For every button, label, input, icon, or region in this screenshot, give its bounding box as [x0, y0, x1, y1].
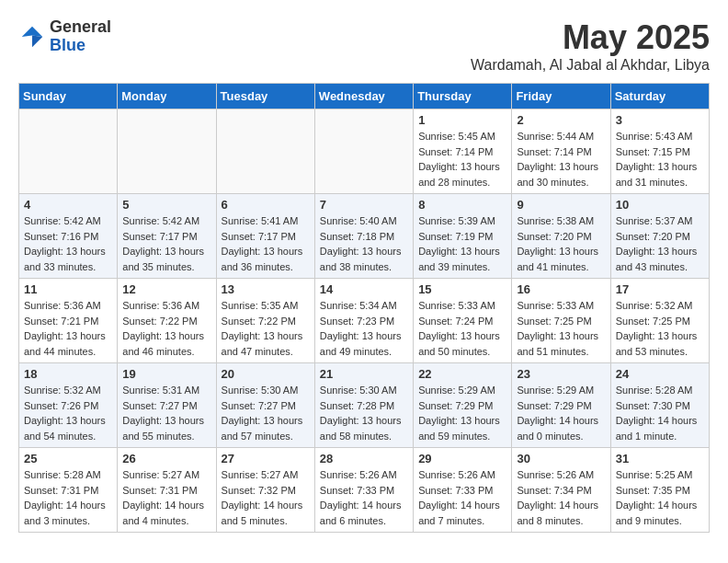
- day-number: 8: [418, 198, 506, 212]
- calendar-cell: 23Sunrise: 5:29 AM Sunset: 7:29 PM Dayli…: [512, 363, 610, 448]
- day-info: Sunrise: 5:32 AM Sunset: 7:26 PM Dayligh…: [24, 383, 112, 443]
- day-header-monday: Monday: [118, 84, 216, 109]
- day-info: Sunrise: 5:41 AM Sunset: 7:17 PM Dayligh…: [222, 213, 310, 274]
- logo: General Blue: [18, 18, 111, 55]
- day-number: 21: [320, 367, 408, 381]
- day-info: Sunrise: 5:36 AM Sunset: 7:22 PM Dayligh…: [122, 298, 210, 359]
- day-number: 3: [616, 113, 704, 127]
- day-number: 17: [616, 282, 704, 296]
- day-info: Sunrise: 5:28 AM Sunset: 7:30 PM Dayligh…: [616, 383, 704, 443]
- calendar-cell: 17Sunrise: 5:32 AM Sunset: 7:25 PM Dayli…: [610, 279, 709, 363]
- day-info: Sunrise: 5:28 AM Sunset: 7:31 PM Dayligh…: [24, 467, 112, 528]
- day-info: Sunrise: 5:45 AM Sunset: 7:14 PM Dayligh…: [418, 129, 506, 190]
- day-info: Sunrise: 5:38 AM Sunset: 7:20 PM Dayligh…: [517, 213, 605, 274]
- calendar-week-row: 1Sunrise: 5:45 AM Sunset: 7:14 PM Daylig…: [19, 109, 710, 194]
- calendar-cell: 8Sunrise: 5:39 AM Sunset: 7:19 PM Daylig…: [414, 194, 512, 279]
- day-number: 29: [418, 452, 506, 465]
- day-number: 12: [122, 282, 210, 296]
- day-info: Sunrise: 5:36 AM Sunset: 7:21 PM Dayligh…: [24, 298, 112, 359]
- day-number: 9: [517, 198, 605, 212]
- day-number: 20: [222, 367, 310, 381]
- day-number: 10: [616, 198, 704, 212]
- day-header-wednesday: Wednesday: [314, 84, 413, 109]
- calendar-cell: 9Sunrise: 5:38 AM Sunset: 7:20 PM Daylig…: [512, 194, 610, 279]
- calendar-cell: 16Sunrise: 5:33 AM Sunset: 7:25 PM Dayli…: [512, 279, 610, 363]
- day-info: Sunrise: 5:37 AM Sunset: 7:20 PM Dayligh…: [616, 213, 704, 274]
- day-number: 15: [418, 282, 506, 296]
- calendar-cell: 18Sunrise: 5:32 AM Sunset: 7:26 PM Dayli…: [19, 363, 118, 448]
- calendar-cell: 1Sunrise: 5:45 AM Sunset: 7:14 PM Daylig…: [414, 109, 512, 194]
- calendar-week-row: 25Sunrise: 5:28 AM Sunset: 7:31 PM Dayli…: [19, 448, 710, 533]
- day-number: 11: [24, 282, 112, 296]
- calendar-cell: 6Sunrise: 5:41 AM Sunset: 7:17 PM Daylig…: [216, 194, 314, 279]
- day-info: Sunrise: 5:27 AM Sunset: 7:32 PM Dayligh…: [222, 467, 310, 528]
- day-number: 19: [122, 367, 210, 381]
- day-info: Sunrise: 5:42 AM Sunset: 7:16 PM Dayligh…: [24, 213, 112, 274]
- day-header-tuesday: Tuesday: [216, 84, 314, 109]
- day-info: Sunrise: 5:44 AM Sunset: 7:14 PM Dayligh…: [517, 129, 605, 190]
- calendar-cell: 14Sunrise: 5:34 AM Sunset: 7:23 PM Dayli…: [314, 279, 413, 363]
- day-info: Sunrise: 5:32 AM Sunset: 7:25 PM Dayligh…: [616, 298, 704, 359]
- day-header-thursday: Thursday: [414, 84, 512, 109]
- day-info: Sunrise: 5:31 AM Sunset: 7:27 PM Dayligh…: [122, 383, 210, 443]
- day-number: 13: [222, 282, 310, 296]
- logo-general-text: General: [50, 18, 111, 37]
- day-info: Sunrise: 5:26 AM Sunset: 7:33 PM Dayligh…: [418, 467, 506, 528]
- day-info: Sunrise: 5:35 AM Sunset: 7:22 PM Dayligh…: [222, 298, 310, 359]
- day-number: 25: [24, 452, 112, 465]
- calendar-cell: 19Sunrise: 5:31 AM Sunset: 7:27 PM Dayli…: [118, 363, 216, 448]
- day-number: 31: [616, 452, 704, 465]
- calendar-cell: 15Sunrise: 5:33 AM Sunset: 7:24 PM Dayli…: [414, 279, 512, 363]
- calendar-cell: 11Sunrise: 5:36 AM Sunset: 7:21 PM Dayli…: [19, 279, 118, 363]
- calendar-cell: 31Sunrise: 5:25 AM Sunset: 7:35 PM Dayli…: [610, 448, 709, 533]
- calendar-cell: 2Sunrise: 5:44 AM Sunset: 7:14 PM Daylig…: [512, 109, 610, 194]
- day-number: 16: [517, 282, 605, 296]
- day-info: Sunrise: 5:39 AM Sunset: 7:19 PM Dayligh…: [418, 213, 506, 274]
- location-subtitle: Wardamah, Al Jabal al Akhdar, Libya: [471, 57, 710, 74]
- day-info: Sunrise: 5:33 AM Sunset: 7:24 PM Dayligh…: [418, 298, 506, 359]
- title-block: May 2025 Wardamah, Al Jabal al Akhdar, L…: [471, 18, 710, 74]
- calendar-cell: 7Sunrise: 5:40 AM Sunset: 7:18 PM Daylig…: [314, 194, 413, 279]
- day-number: 2: [517, 113, 605, 127]
- day-info: Sunrise: 5:34 AM Sunset: 7:23 PM Dayligh…: [320, 298, 408, 359]
- day-info: Sunrise: 5:42 AM Sunset: 7:17 PM Dayligh…: [122, 213, 210, 274]
- calendar-cell: 21Sunrise: 5:30 AM Sunset: 7:28 PM Dayli…: [314, 363, 413, 448]
- calendar-cell: 24Sunrise: 5:28 AM Sunset: 7:30 PM Dayli…: [610, 363, 709, 448]
- day-number: 23: [517, 367, 605, 381]
- day-number: 22: [418, 367, 506, 381]
- day-info: Sunrise: 5:30 AM Sunset: 7:28 PM Dayligh…: [320, 383, 408, 443]
- day-number: 30: [517, 452, 605, 465]
- calendar-week-row: 18Sunrise: 5:32 AM Sunset: 7:26 PM Dayli…: [19, 363, 710, 448]
- day-header-saturday: Saturday: [610, 84, 709, 109]
- day-number: 14: [320, 282, 408, 296]
- calendar-cell: 27Sunrise: 5:27 AM Sunset: 7:32 PM Dayli…: [216, 448, 314, 533]
- logo-blue-text: Blue: [50, 37, 111, 55]
- calendar-week-row: 4Sunrise: 5:42 AM Sunset: 7:16 PM Daylig…: [19, 194, 710, 279]
- logo-icon: [18, 23, 46, 51]
- day-number: 18: [24, 367, 112, 381]
- calendar-cell: [314, 109, 413, 194]
- calendar-cell: 30Sunrise: 5:26 AM Sunset: 7:34 PM Dayli…: [512, 448, 610, 533]
- calendar-cell: 10Sunrise: 5:37 AM Sunset: 7:20 PM Dayli…: [610, 194, 709, 279]
- calendar-cell: [216, 109, 314, 194]
- day-number: 28: [320, 452, 408, 465]
- calendar-cell: [19, 109, 118, 194]
- day-info: Sunrise: 5:33 AM Sunset: 7:25 PM Dayligh…: [517, 298, 605, 359]
- day-info: Sunrise: 5:29 AM Sunset: 7:29 PM Dayligh…: [418, 383, 506, 443]
- calendar-cell: 29Sunrise: 5:26 AM Sunset: 7:33 PM Dayli…: [414, 448, 512, 533]
- month-title: May 2025: [471, 18, 710, 57]
- day-info: Sunrise: 5:27 AM Sunset: 7:31 PM Dayligh…: [122, 467, 210, 528]
- calendar-cell: 13Sunrise: 5:35 AM Sunset: 7:22 PM Dayli…: [216, 279, 314, 363]
- day-info: Sunrise: 5:26 AM Sunset: 7:34 PM Dayligh…: [517, 467, 605, 528]
- day-info: Sunrise: 5:25 AM Sunset: 7:35 PM Dayligh…: [616, 467, 704, 528]
- calendar-cell: 20Sunrise: 5:30 AM Sunset: 7:27 PM Dayli…: [216, 363, 314, 448]
- day-info: Sunrise: 5:30 AM Sunset: 7:27 PM Dayligh…: [222, 383, 310, 443]
- calendar-cell: 22Sunrise: 5:29 AM Sunset: 7:29 PM Dayli…: [414, 363, 512, 448]
- calendar-cell: 28Sunrise: 5:26 AM Sunset: 7:33 PM Dayli…: [314, 448, 413, 533]
- day-info: Sunrise: 5:29 AM Sunset: 7:29 PM Dayligh…: [517, 383, 605, 443]
- calendar-header-row: SundayMondayTuesdayWednesdayThursdayFrid…: [19, 84, 710, 109]
- calendar-cell: 4Sunrise: 5:42 AM Sunset: 7:16 PM Daylig…: [19, 194, 118, 279]
- day-info: Sunrise: 5:40 AM Sunset: 7:18 PM Dayligh…: [320, 213, 408, 274]
- day-header-friday: Friday: [512, 84, 610, 109]
- day-number: 6: [222, 198, 310, 212]
